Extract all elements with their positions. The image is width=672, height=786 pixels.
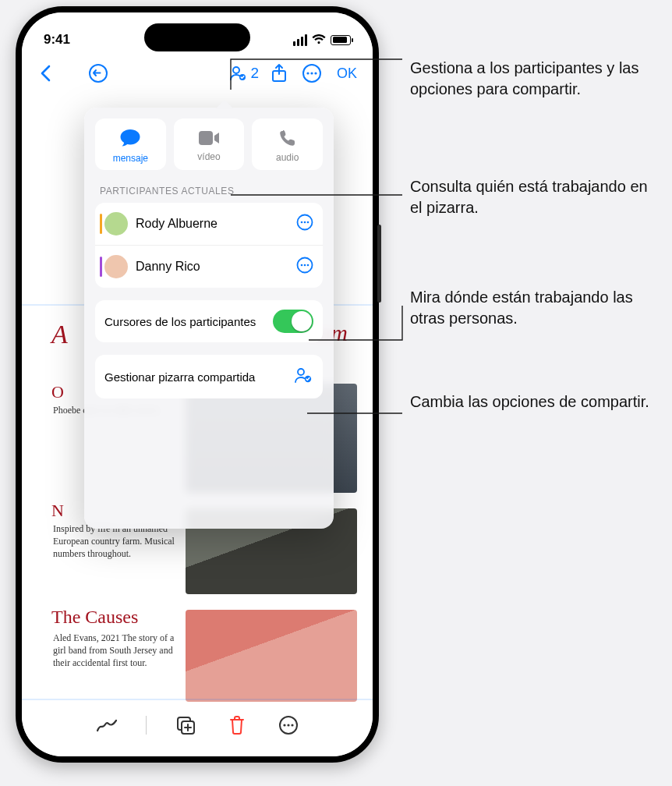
more-button[interactable] — [299, 61, 324, 86]
canvas-heading-3: The Causes — [51, 607, 138, 628]
collaborate-button[interactable]: 2 — [228, 61, 259, 86]
svg-point-5 — [306, 72, 309, 74]
message-button[interactable]: mensaje — [95, 119, 166, 170]
callout-participants: Consulta quién está trabajando en el piz… — [410, 176, 660, 218]
manage-card: Gestionar pizarra compartida — [95, 355, 323, 398]
participants-list: Rody Albuerne Danny Rico — [95, 203, 323, 288]
presence-indicator — [100, 214, 102, 234]
done-button[interactable]: OK — [332, 66, 362, 82]
svg-point-23 — [287, 724, 289, 726]
svg-point-12 — [307, 221, 309, 224]
participant-name: Rody Albuerne — [136, 217, 288, 231]
dynamic-island — [144, 23, 250, 51]
canvas-heading-2: N — [51, 501, 64, 521]
canvas-body-3: Aled Evans, 2021 The story of a girl ban… — [53, 632, 182, 670]
delete-button[interactable] — [225, 713, 249, 738]
svg-rect-8 — [199, 131, 213, 145]
svg-point-24 — [291, 724, 293, 726]
message-icon — [118, 128, 142, 148]
cursors-toggle[interactable] — [273, 310, 313, 333]
svg-point-10 — [301, 221, 303, 224]
callout-sharing: Cambia las opciones de compartir. — [410, 391, 649, 412]
canvas-title-left: A — [51, 320, 68, 349]
svg-point-11 — [304, 221, 306, 224]
cursors-card: Cursores de los participantes — [95, 300, 323, 342]
participants-header: PARTICIPANTES ACTUALES — [100, 186, 318, 196]
svg-point-14 — [301, 264, 303, 267]
svg-point-17 — [298, 369, 304, 375]
participant-row[interactable]: Rody Albuerne — [95, 203, 323, 245]
avatar — [104, 255, 128, 278]
more-tools-button[interactable] — [276, 713, 301, 738]
video-button[interactable]: vídeo — [174, 119, 245, 170]
top-toolbar: 2 OK — [22, 56, 373, 90]
collaboration-popover: mensaje vídeo audio PARTICIPANTES ACTUAL… — [84, 108, 334, 529]
svg-point-15 — [304, 264, 306, 267]
phone-frame: A eam O Phoebe cites an older movie. N I… — [16, 6, 379, 763]
video-label: vídeo — [197, 151, 220, 162]
audio-label: audio — [276, 152, 299, 163]
participant-more-icon[interactable] — [296, 214, 313, 234]
insert-button[interactable] — [173, 713, 198, 738]
collab-settings-icon — [293, 366, 313, 388]
undo-button[interactable] — [86, 61, 111, 86]
phone-icon — [278, 129, 297, 147]
svg-point-22 — [283, 724, 285, 726]
status-time: 9:41 — [44, 32, 70, 48]
cursors-label: Cursores de los participantes — [104, 315, 265, 328]
cellular-icon — [293, 34, 307, 46]
manage-label: Gestionar pizarra compartida — [104, 370, 285, 384]
manage-shared-board-button[interactable]: Gestionar pizarra compartida — [95, 355, 323, 398]
svg-point-6 — [310, 72, 313, 74]
participant-row[interactable]: Danny Rico — [95, 245, 323, 288]
svg-point-16 — [307, 264, 309, 267]
audio-button[interactable]: audio — [252, 119, 323, 170]
callout-manage: Gestiona a los participantes y las opcio… — [410, 58, 660, 100]
share-button[interactable] — [267, 61, 292, 86]
canvas-divider-bottom — [22, 699, 373, 700]
canvas-image-3[interactable] — [186, 610, 357, 702]
callout-cursors: Mira dónde están trabajando las otras pe… — [410, 287, 660, 329]
svg-point-1 — [233, 67, 239, 73]
screen: A eam O Phoebe cites an older movie. N I… — [22, 12, 373, 756]
draw-tool-button[interactable] — [94, 713, 119, 738]
bottom-toolbar — [22, 702, 373, 749]
back-button[interactable] — [33, 61, 58, 86]
collab-count: 2 — [250, 65, 259, 82]
battery-icon — [331, 35, 351, 45]
side-button — [377, 225, 381, 303]
svg-point-7 — [314, 72, 317, 74]
canvas-heading-1: O — [51, 382, 64, 402]
avatar — [104, 212, 128, 235]
wifi-icon — [312, 34, 326, 45]
video-icon — [197, 129, 221, 147]
separator — [146, 716, 147, 735]
presence-indicator — [100, 257, 102, 277]
participant-more-icon[interactable] — [296, 257, 313, 277]
message-label: mensaje — [113, 153, 148, 164]
participant-name: Danny Rico — [136, 260, 288, 274]
